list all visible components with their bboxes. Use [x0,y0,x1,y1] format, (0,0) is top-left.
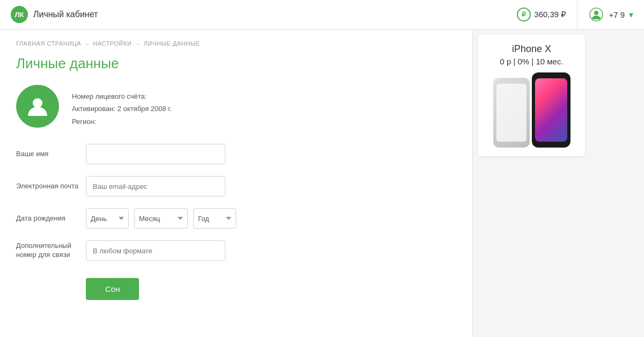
year-select[interactable]: Год [193,208,236,229]
ad-banner[interactable]: iPhone X 0 р | 0% | 10 мес. [478,35,585,156]
phone-front [532,72,570,148]
profile-section: Номер лицевого счёта: Активирован: 2 окт… [16,85,456,128]
header-title: Личный кабинет [33,10,98,19]
phone-screen [535,78,567,142]
page-title: Личные данные [16,55,456,72]
balance-block[interactable]: ₽ 360,39 ₽ [517,8,566,21]
email-input[interactable] [86,176,225,196]
breadcrumb-home[interactable]: ГЛАВНАЯ СТРАНИЦА [16,40,81,47]
region: Регион: [72,115,172,128]
svg-point-1 [594,11,598,15]
name-input[interactable] [86,144,225,164]
phone-back-screen [496,84,526,142]
account-number: Номер лицевого счёта: [72,90,172,102]
avatar [16,85,59,128]
ad-price: 0 р | 0% | 10 мес. [487,57,576,66]
breadcrumb-arrow-1: → [84,41,90,47]
balance-icon: ₽ [517,8,531,21]
phone-back [493,78,530,148]
birthday-row: Дата рождения День Месяц Год [16,208,456,229]
chevron-down-icon[interactable]: ▾ [629,10,633,20]
ad-phones [487,72,576,148]
phone-input[interactable] [86,240,225,261]
breadcrumb: ГЛАВНАЯ СТРАНИЦА → НАСТРОЙКИ → ЛИЧНЫЕ ДА… [16,40,456,47]
user-icon [588,6,604,23]
header-left: ЛК Личный кабинет [11,6,98,23]
user-block[interactable]: +7 9 ▾ [588,6,633,23]
content-area: ГЛАВНАЯ СТРАНИЦА → НАСТРОЙКИ → ЛИЧНЫЕ ДА… [0,30,472,337]
activation-date: Активирован: 2 октября 2008 г. [72,102,172,115]
main-container: ГЛАВНАЯ СТРАНИЦА → НАСТРОЙКИ → ЛИЧНЫЕ ДА… [0,30,644,337]
email-label: Электронная почта [16,182,86,191]
email-row: Электронная почта [16,176,456,196]
user-phone: +7 9 [609,10,625,19]
profile-info: Номер лицевого счёта: Активирован: 2 окт… [72,85,172,128]
breadcrumb-current: ЛИЧНЫЕ ДАННЫЕ [144,40,200,47]
phone-row: Дополнительный номер для связи [16,240,456,261]
logo-icon: ЛК [11,6,28,23]
submit-button[interactable]: Сон [86,278,139,300]
breadcrumb-arrow-2: → [135,41,141,47]
header-right: ₽ 360,39 ₽ +7 9 ▾ [517,0,633,30]
header-divider [577,0,577,30]
form-section: Ваше имя Электронная почта Дата рождения… [16,144,456,300]
phone-label: Дополнительный номер для связи [16,241,86,260]
name-row: Ваше имя [16,144,456,164]
birthday-selects: День Месяц Год [86,208,236,229]
month-select[interactable]: Месяц [134,208,188,229]
header: ЛК Личный кабинет ₽ 360,39 ₽ +7 9 ▾ [0,0,644,30]
name-label: Ваше имя [16,150,86,159]
svg-point-2 [33,98,42,108]
balance-amount: 360,39 ₽ [534,10,566,19]
birthday-label: Дата рождения [16,214,86,223]
apple-logo: iPhone X [487,43,576,55]
breadcrumb-settings[interactable]: НАСТРОЙКИ [93,40,132,47]
day-select[interactable]: День [86,208,129,229]
sidebar-ad: iPhone X 0 р | 0% | 10 мес. [472,30,590,337]
